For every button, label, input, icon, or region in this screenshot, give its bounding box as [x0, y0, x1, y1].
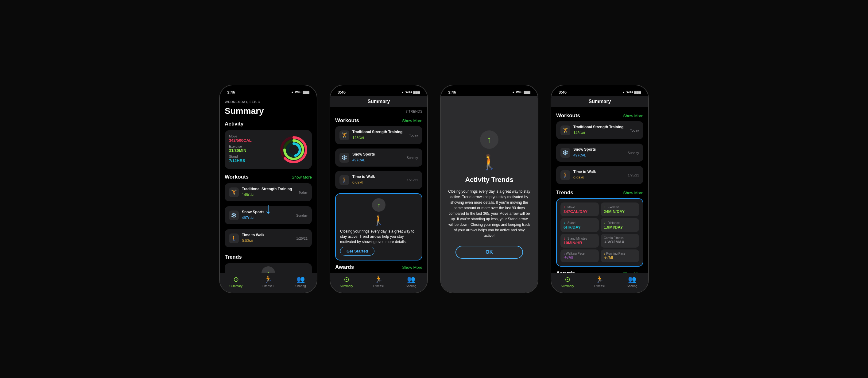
walk-figure-sm: 🚶: [373, 214, 385, 226]
modal-title: Activity Trends: [465, 176, 514, 184]
tab-sharing-2[interactable]: 👥 Sharing: [395, 276, 427, 288]
trends-walk-section: ↑ 🚶: [340, 198, 417, 226]
walk-icon-4: 🚶: [560, 170, 570, 180]
workout-item-4-3[interactable]: 🚶 Time to Walk 0.03MI 1/25/21: [556, 166, 643, 184]
workout2-3-meta: 1/25/21: [407, 178, 418, 182]
workout-item-1[interactable]: 🏋️ Traditional Strength Training 148CAL …: [225, 183, 312, 201]
activity-rings: [280, 136, 308, 163]
tab-bar-1: ⊙ Summary 🏃 Fitness+ 👥 Sharing: [220, 273, 317, 293]
exercise-value: 31/30MIN: [229, 148, 276, 153]
awards-title-4: Awards: [556, 270, 575, 273]
tab-sharing-4[interactable]: 👥 Sharing: [616, 276, 648, 288]
activity-stats: Move 342/500CAL Exercise 31/30MIN Stand …: [229, 134, 276, 165]
awards-show-more-2[interactable]: Show More: [402, 265, 422, 270]
trend-stand-min: ↓ Stand Minutes 10MIN/HR: [560, 234, 599, 248]
workout2-2-name: Snow Sports: [352, 152, 404, 156]
strength-icon-4: 🏋️: [560, 125, 570, 135]
workouts-show-more-2[interactable]: Show More: [402, 119, 422, 123]
tab-fitness-1[interactable]: 🏃 Fitness+: [252, 276, 284, 288]
workouts-show-more-4[interactable]: Show More: [623, 114, 643, 118]
trends-card-highlighted[interactable]: ↑ 🚶 Closing your rings every day is a gr…: [335, 193, 422, 260]
workouts-title-2: Workouts: [335, 118, 359, 124]
notch-4: [581, 85, 618, 94]
running-trend-icon: ↓: [604, 252, 606, 255]
trend-distance: ↓ Distance 1.9MI/DAY: [601, 218, 639, 232]
signal-icon-2: ▲: [401, 91, 404, 94]
workout2-2-cal: 497CAL: [352, 156, 404, 163]
tab-sharing-1[interactable]: 👥 Sharing: [284, 276, 317, 288]
trends-show-more-4[interactable]: Show More: [623, 191, 643, 195]
phone-1: 3:46 ▲ WiFi ▓▓▓ WEDNESDAY, FEB 3 Summary…: [219, 85, 317, 293]
activity-card[interactable]: Move 342/500CAL Exercise 31/30MIN Stand …: [225, 130, 312, 169]
trend-cardio-label: Cardio Fitness: [604, 236, 636, 240]
walking-trend-icon: ↓: [563, 252, 566, 255]
walk-icon-2: 🚶: [339, 175, 349, 185]
workout-item-2[interactable]: ❄️ Snow Sports 497CAL Sunday: [225, 206, 312, 224]
stand-label: Stand: [229, 155, 276, 158]
workout-item-2-2[interactable]: ❄️ Snow Sports 497CAL Sunday: [335, 149, 422, 167]
workout2-2-meta: Sunday: [407, 156, 418, 160]
tab-summary-1[interactable]: ⊙ Summary: [220, 276, 252, 288]
sharing-tab-icon-4: 👥: [628, 276, 636, 284]
move-trend-icon: ↓: [563, 205, 565, 209]
workout-item-2-3[interactable]: 🚶 Time to Walk 0.03MI 1/25/21: [335, 171, 422, 189]
fitness-tab-icon-4: 🏃: [595, 276, 604, 284]
workout-item-4-1[interactable]: 🏋️ Traditional Strength Training 148CAL …: [556, 121, 643, 139]
workout-item-3[interactable]: 🚶 Time to Walk 0.03MI 1/25/21: [225, 229, 312, 247]
nav-title-2: Summary: [368, 99, 390, 104]
workout1-meta: Today: [299, 191, 308, 194]
workouts-show-more-1[interactable]: Show More: [291, 175, 312, 180]
awards-title-2: Awards: [335, 264, 354, 270]
trend-exercise-label: ↓ Exercise: [604, 205, 636, 209]
workout2-1-meta: Today: [409, 133, 418, 137]
sharing-tab-label-2: Sharing: [406, 284, 416, 288]
workout-item-4-2[interactable]: ❄️ Snow Sports 497CAL Sunday: [556, 144, 643, 162]
date-label: WEDNESDAY, FEB 3: [225, 100, 312, 104]
trends-grid: ↓ Move 347CAL/DAY ↓ Exercise 24MIN/DAY: [556, 198, 643, 266]
trend-walking: ↓ Walking Pace -/-/MI: [560, 249, 599, 262]
workout3-meta: 1/25/21: [296, 237, 308, 240]
tab-summary-4[interactable]: ⊙ Summary: [551, 276, 584, 288]
modal-text: Closing your rings every day is a great …: [448, 189, 530, 239]
wifi-icon-4: WiFi: [626, 91, 633, 94]
tab-summary-2[interactable]: ⊙ Summary: [330, 276, 363, 288]
trend-stand: ↓ Stand 6HR/DAY: [560, 218, 599, 232]
workout4-3-name: Time to Walk: [574, 170, 625, 174]
workout3-dist: 0.03MI: [242, 237, 293, 244]
sharing-tab-icon-2: 👥: [407, 276, 415, 284]
workout2-3-name: Time to Walk: [352, 175, 404, 179]
tab-fitness-2[interactable]: 🏃 Fitness+: [363, 276, 395, 288]
workout4-3-meta: 1/25/21: [628, 174, 639, 177]
trend-move-label: ↓ Move: [563, 205, 596, 209]
trend-move: ↓ Move 347CAL/DAY: [560, 202, 599, 216]
move-label: Move: [229, 134, 276, 138]
workout-item-2-1[interactable]: 🏋️ Traditional Strength Training 148CAL …: [335, 126, 422, 144]
workout4-2-name: Snow Sports: [574, 147, 625, 152]
wifi-icon: WiFi: [295, 91, 301, 94]
strength-icon: 🏋️: [229, 187, 239, 197]
wifi-icon-2: WiFi: [405, 91, 412, 94]
workout2-3-dist: 0.03MI: [352, 179, 404, 185]
exercise-trend-icon: ↓: [604, 205, 606, 209]
summary-tab-icon: ⊙: [233, 276, 239, 284]
ok-button[interactable]: OK: [456, 246, 523, 259]
phone-4: 3:46 ▲ WiFi ▓▓▓ Summary Workouts Show Mo…: [551, 85, 649, 293]
status-icons-1: ▲ WiFi ▓▓▓: [291, 91, 309, 94]
trends-up-icon: ↑: [372, 198, 385, 212]
get-started-button[interactable]: Get Started: [340, 247, 374, 256]
trend-up-icon: ↑: [261, 266, 275, 273]
sharing-tab-label: Sharing: [295, 284, 306, 288]
snow-icon-4: ❄️: [560, 148, 570, 158]
tab-fitness-4[interactable]: 🏃 Fitness+: [584, 276, 616, 288]
workout1-cal: 148CAL: [242, 191, 296, 197]
workout2-name: Snow Sports: [242, 210, 293, 214]
trends-title-4: Trends: [556, 190, 574, 196]
workout2-cal: 497CAL: [242, 214, 293, 221]
wifi-icon-3: WiFi: [516, 91, 522, 94]
activity-section-title: Activity: [225, 121, 243, 127]
summary-tab-label: Summary: [229, 284, 243, 288]
trend-exercise: ↓ Exercise 24MIN/DAY: [601, 202, 639, 216]
status-time-4: 3:46: [559, 90, 567, 94]
trend-stand-label: ↓ Stand: [563, 221, 596, 225]
workout4-1-cal: 148CAL: [574, 129, 627, 136]
